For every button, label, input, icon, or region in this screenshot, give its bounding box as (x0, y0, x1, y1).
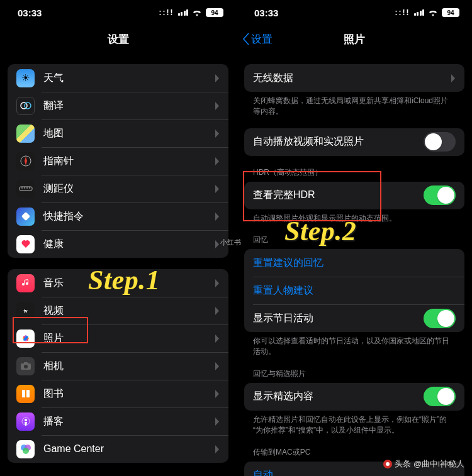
header-transfer: 传输到MAC或PC (237, 436, 472, 462)
row-label: Game Center (43, 443, 215, 455)
row-label: 图书 (43, 387, 215, 401)
row-tv[interactable]: tv视频 (8, 297, 228, 324)
row-hdr[interactable]: 查看完整HDR (244, 182, 464, 209)
status-indicators: ::!! 94 (159, 8, 223, 17)
page-title: 设置 (108, 32, 129, 47)
compass-icon (16, 152, 35, 170)
row-podcast[interactable]: 播客 (8, 407, 228, 435)
toggle-hdr[interactable] (424, 185, 456, 205)
svg-point-1 (25, 102, 31, 109)
weather-icon: ☀ (16, 69, 35, 87)
row-label: 播客 (43, 415, 215, 428)
row-shortcuts[interactable]: 快捷指令 (8, 202, 228, 230)
status-time: 03:33 (18, 8, 42, 18)
nav-header: 设置 (0, 25, 236, 53)
footer-featured: 允许精选照片和回忆自动在此设备上显示，例如在“照片”的“为你推荐”和“搜索”中，… (237, 411, 472, 436)
svg-rect-3 (20, 187, 32, 191)
right-screenshot: 03:33 ::!! 94 设置 照片 无线数据 关闭蜂窝数据，通过无线局域网更… (236, 0, 472, 476)
row-label: 重置人物建议 (253, 284, 313, 297)
group-featured: 显示精选内容 (244, 383, 464, 411)
chevron-right-icon (215, 279, 220, 287)
svg-point-20 (23, 448, 29, 454)
battery-icon: 94 (442, 8, 459, 17)
header-featured: 回忆与精选照片 (237, 357, 472, 383)
health-icon (16, 235, 35, 253)
nav-header: 设置 照片 (237, 25, 472, 53)
chevron-right-icon (215, 213, 220, 221)
row-label: 显示精选内容 (253, 390, 424, 403)
back-button[interactable]: 设置 (243, 32, 273, 47)
row-label: 健康 (43, 238, 215, 251)
row-wireless-data[interactable]: 无线数据 (244, 64, 464, 92)
measure-icon (16, 180, 35, 198)
svg-rect-15 (24, 362, 28, 364)
row-compass[interactable]: 指南针 (8, 147, 228, 175)
row-label: 快捷指令 (43, 210, 215, 223)
music-icon (16, 274, 35, 292)
chevron-right-icon (451, 74, 456, 82)
back-label: 设置 (251, 32, 273, 47)
translate-icon (16, 97, 35, 115)
row-label: 指南针 (43, 155, 215, 168)
chevron-right-icon (215, 102, 220, 110)
row-health[interactable]: 健康 (8, 230, 228, 258)
row-gamecenter[interactable]: Game Center (8, 435, 228, 463)
row-reset-people[interactable]: 重置人物建议 (244, 277, 464, 304)
settings-group-2: 音乐 tv视频 照片 相机 图书 播客 Game Center (8, 269, 228, 463)
row-featured[interactable]: 显示精选内容 (244, 383, 464, 411)
chevron-right-icon (215, 418, 220, 426)
group-hdr: 查看完整HDR (244, 182, 464, 209)
wifi-icon (428, 9, 438, 16)
row-show-holiday[interactable]: 显示节日活动 (244, 304, 464, 332)
camera-icon (16, 357, 35, 375)
row-label: 自动播放视频和实况照片 (253, 135, 424, 148)
row-label: 翻译 (43, 99, 215, 113)
status-indicators: ::!! 94 (395, 8, 459, 17)
maps-icon (16, 125, 35, 143)
footer-memories: 你可以选择查看适时的节日活动，以及你国家或地区的节日活动。 (237, 332, 472, 357)
page-title: 照片 (344, 32, 365, 47)
row-reset-suggested[interactable]: 重置建议的回忆 (244, 249, 464, 277)
row-label: 测距仪 (43, 182, 215, 196)
wifi-icon (192, 9, 202, 16)
tv-icon: tv (16, 302, 35, 320)
chevron-right-icon (215, 157, 220, 165)
group-memories: 重置建议的回忆 重置人物建议 显示节日活动 (244, 249, 464, 332)
row-autoplay[interactable]: 自动播放视频和实况照片 (244, 128, 464, 156)
header-memories: 回忆 (237, 223, 472, 249)
header-hdr: HDR（高动态范围） (237, 156, 472, 182)
chevron-right-icon (215, 445, 220, 453)
dual-signal-icon: ::!! (395, 8, 410, 17)
chevron-right-icon (215, 185, 220, 193)
row-label: 照片 (43, 332, 215, 345)
toggle-featured[interactable] (424, 387, 456, 406)
row-label: 重置建议的回忆 (253, 257, 323, 270)
row-music[interactable]: 音乐 (8, 269, 228, 297)
chevron-right-icon (215, 240, 220, 248)
row-measure[interactable]: 测距仪 (8, 175, 228, 202)
row-weather[interactable]: ☀天气 (8, 64, 228, 92)
row-label: 相机 (43, 360, 215, 373)
row-label: 自动 (253, 468, 456, 476)
group-wireless: 无线数据 (244, 64, 464, 92)
toggle-autoplay[interactable] (424, 132, 456, 152)
chevron-right-icon (215, 130, 220, 138)
battery-icon: 94 (206, 8, 223, 17)
row-auto-transfer[interactable]: 自动 (244, 462, 464, 476)
svg-point-16 (25, 419, 27, 421)
row-books[interactable]: 图书 (8, 380, 228, 407)
cellular-icon (414, 9, 425, 16)
books-icon (16, 385, 35, 403)
chevron-right-icon (215, 362, 220, 370)
row-translate[interactable]: 翻译 (8, 92, 228, 119)
settings-group-1: ☀天气 翻译 地图 指南针 测距仪 快捷指令 健康 (8, 64, 228, 258)
row-camera[interactable]: 相机 (8, 352, 228, 380)
chevron-right-icon (215, 74, 220, 82)
row-label: 查看完整HDR (253, 189, 424, 202)
cellular-icon (178, 9, 189, 16)
chevron-right-icon (215, 390, 220, 398)
footer-wireless: 关闭蜂窝数据，通过无线局域网更新共享相簿和iCloud照片等内容。 (237, 92, 472, 117)
row-maps[interactable]: 地图 (8, 119, 228, 147)
row-photos[interactable]: 照片 (8, 324, 228, 352)
toggle-holiday[interactable] (424, 309, 456, 328)
